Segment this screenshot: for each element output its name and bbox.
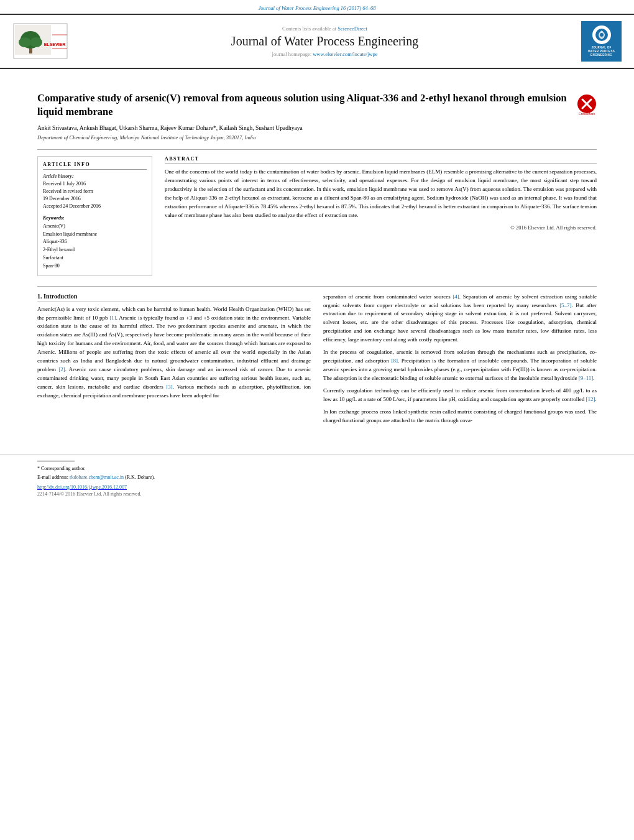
article-info-box: ARTICLE INFO Article history: Received 1… [37,156,152,276]
affiliation: Department of Chemical Engineering, Mala… [37,134,597,141]
doi-link[interactable]: http://dx.doi.org/10.1016/j.jwpe.2016.12… [37,484,127,490]
keyword-3: Aliquat-336 [43,238,147,246]
body-col2-p1: separation of arsenic from contaminated … [323,293,597,345]
body-col-right: separation of arsenic from contaminated … [323,293,597,429]
abstract-header: ABSTRACT [165,156,597,164]
contents-text: Contents lists available at [282,25,336,32]
email-author: (R.K. Dohare). [125,474,155,480]
svg-point-6 [30,37,42,47]
svg-point-5 [19,37,31,47]
svg-text:CrossMark: CrossMark [579,112,595,116]
body-col2-p4: In Ion exchange process cross linked syn… [323,408,597,425]
abstract-col: ABSTRACT One of the concerns of the worl… [165,156,597,276]
keywords-list: Arsenic(V) Emulsion liquid membrane Aliq… [43,223,147,270]
body-col-left: 1. Introduction Arsenic(As) is a very to… [37,293,311,429]
journal-volume-link: Journal of Water Process Engineering 16 … [259,5,376,11]
journal-logo-text: JOURNAL OFWATER PROCESSENGINEERING [588,46,615,57]
ref-12: [12] [586,396,595,402]
keyword-2: Emulsion liquid membrane [43,231,147,239]
ref-2: [2] [58,366,65,372]
revised-label: Received in revised form [43,188,147,195]
email-link[interactable]: rkdohare.chem@mnit.ac.in [70,474,124,480]
keyword-5: Surfactant [43,254,147,262]
article-info-abstract: ARTICLE INFO Article history: Received 1… [37,156,597,276]
ref-4: [4] [453,293,459,300]
journal-logo-icon [595,28,609,42]
copyright-line: © 2016 Elsevier Ltd. All rights reserved… [165,224,597,231]
email-line: E-mail address: rkdohare.chem@mnit.ac.in… [37,474,597,481]
page: Journal of Water Process Engineering 16 … [0,0,634,840]
issn-line: 2214-7144/© 2016 Elsevier Ltd. All right… [37,491,597,497]
corresponding-label: * Corresponding author. [37,466,86,471]
journal-logo-inner [592,25,611,44]
email-label: E-mail address: [37,474,68,480]
corresponding-author: * Corresponding author. [37,465,597,472]
ref-8: [8] [391,358,398,364]
received-text: Received 1 July 2016 [43,180,147,188]
keyword-6: Span-80 [43,262,147,270]
divider-1 [37,149,597,150]
sciencedirect-line: Contents lists available at ScienceDirec… [78,25,572,32]
keyword-1: Arsenic(V) [43,223,147,231]
homepage-url[interactable]: www.elsevier.com/locate/jwpe [313,51,377,57]
article-title: Comparative study of arsenic(V) removal … [37,91,571,119]
body-col1-p1: Arsenic(As) is a very toxic element, whi… [37,305,311,400]
crossmark-svg: CrossMark [577,94,597,118]
abstract-text: One of the concerns of the world today i… [165,168,597,220]
top-journal-link: Journal of Water Process Engineering 16 … [0,0,634,14]
journal-homepage: journal homepage: www.elsevier.com/locat… [78,51,572,57]
doi-line: http://dx.doi.org/10.1016/j.jwpe.2016.12… [37,484,597,490]
body-content: 1. Introduction Arsenic(As) is a very to… [37,293,597,429]
homepage-label: journal homepage: [272,51,312,57]
ref-1: [1] [109,315,116,321]
main-content: Comparative study of arsenic(V) removal … [0,69,634,441]
article-info-col: ARTICLE INFO Article history: Received 1… [37,156,152,276]
ref-5-7: [5–7] [559,302,572,308]
sciencedirect-link[interactable]: ScienceDirect [338,25,367,32]
authors: Ankit Srivastava, Ankush Bhagat, Utkarsh… [37,124,597,132]
authors-text: Ankit Srivastava, Ankush Bhagat, Utkarsh… [37,125,303,131]
history-label: Article history: [43,173,147,179]
keywords-label: Keywords: [43,215,147,221]
journal-title: Journal of Water Process Engineering [78,34,572,48]
elsevier-logo: ELSEVIER [12,22,68,61]
svg-text:ELSEVIER: ELSEVIER [44,42,66,47]
header-center: Contents lists available at ScienceDirec… [78,25,572,57]
revised-date: 19 December 2016 [43,195,147,203]
crossmark-logo: CrossMark [577,94,597,119]
body-col2-p3: Currently coagulation technology can be … [323,387,597,404]
accepted-text: Accepted 24 December 2016 [43,203,147,210]
divider-2 [37,286,597,287]
keyword-4: 2-Ethyl hexanol [43,246,147,254]
footnote-divider [37,461,75,461]
elsevier-svg: ELSEVIER [12,22,68,60]
ref-9-11: [9–11] [579,375,594,381]
body-col2-p2: In the process of coagulation, arsenic i… [323,348,597,383]
ref-3: [3] [166,384,173,390]
footer: * Corresponding author. E-mail address: … [0,454,634,503]
journal-logo-right: JOURNAL OFWATER PROCESSENGINEERING [581,21,622,62]
section-1-title: 1. Introduction [37,293,311,302]
svg-point-11 [600,33,604,37]
header: ELSEVIER Contents lists available at Sci… [0,14,634,69]
article-info-header: ARTICLE INFO [43,162,147,170]
article-title-section: Comparative study of arsenic(V) removal … [37,91,597,119]
